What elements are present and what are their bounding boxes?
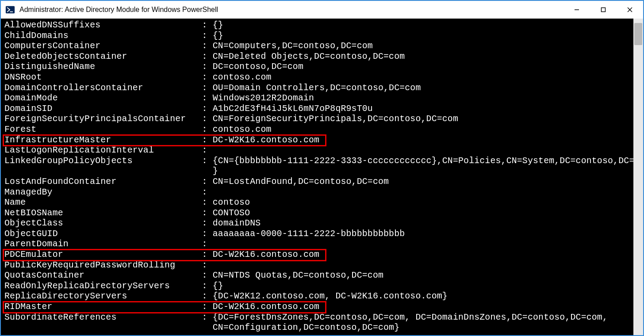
output-line-ForeignSecurityPrincipalsContainer: ForeignSecurityPrincipalsContainer : CN=… bbox=[4, 114, 632, 125]
output-line-DistinguishedName: DistinguishedName : DC=contoso,DC=com bbox=[4, 62, 632, 73]
output-line-ReplicaDirectoryServers: ReplicaDirectoryServers : {DC-W2K12.cont… bbox=[4, 291, 632, 302]
output-line-LastLogonReplicationInterval: LastLogonReplicationInterval : bbox=[4, 145, 632, 156]
output-line-RIDMaster: RIDMaster : DC-W2K16.contoso.com bbox=[4, 302, 632, 313]
output-line-SubordinateReferences: SubordinateReferences : {DC=ForestDnsZon… bbox=[4, 313, 632, 323]
output-line-QuotasContainer: QuotasContainer : CN=NTDS Quotas,DC=cont… bbox=[4, 271, 632, 281]
output-line-DomainMode: DomainMode : Windows2012R2Domain bbox=[4, 93, 632, 104]
output-line-ChildDomains: ChildDomains : {} bbox=[4, 31, 632, 42]
output-line-ManagedBy: ManagedBy : bbox=[4, 187, 632, 198]
output-line-ObjectClass: ObjectClass : domainDNS bbox=[4, 218, 632, 229]
scrollbar-thumb[interactable] bbox=[634, 23, 642, 45]
svg-rect-3 bbox=[602, 8, 606, 12]
powershell-icon bbox=[5, 5, 15, 15]
maximize-button[interactable] bbox=[590, 1, 617, 19]
titlebar[interactable]: Administrator: Active Directory Module f… bbox=[1, 1, 643, 19]
window-controls bbox=[564, 1, 643, 19]
output-line-DomainSID: DomainSID : A1bC2dE3fH4iJ5kL6mN7oP8qR9sT… bbox=[4, 104, 632, 115]
output-line-AllowedDNSSuffixes: AllowedDNSSuffixes : {} bbox=[4, 20, 632, 31]
output-line-Name: Name : contoso bbox=[4, 198, 632, 208]
close-button[interactable] bbox=[617, 1, 643, 19]
output-line-NetBIOSName: NetBIOSName : CONTOSO bbox=[4, 208, 632, 219]
output-line-continuation: } bbox=[4, 166, 632, 177]
scrollbar[interactable] bbox=[633, 19, 643, 335]
output-line-DeletedObjectsContainer: DeletedObjectsContainer : CN=Deleted Obj… bbox=[4, 52, 632, 62]
terminal-output[interactable]: AllowedDNSSuffixes : {}ChildDomains : {}… bbox=[1, 19, 633, 335]
output-line-PDCEmulator: PDCEmulator : DC-W2K16.contoso.com bbox=[4, 250, 632, 260]
output-line-ObjectGUID: ObjectGUID : aaaaaaaa-0000-1111-2222-bbb… bbox=[4, 229, 632, 240]
output-line-DomainControllersContainer: DomainControllersContainer : OU=Domain C… bbox=[4, 83, 632, 94]
window-title: Administrator: Active Directory Module f… bbox=[19, 6, 218, 14]
terminal-area: AllowedDNSSuffixes : {}ChildDomains : {}… bbox=[1, 19, 643, 335]
output-line-continuation: CN=Configuration,DC=contoso,DC=com} bbox=[4, 323, 632, 333]
output-line-LinkedGroupPolicyObjects: LinkedGroupPolicyObjects : {CN={bbbbbbbb… bbox=[4, 156, 632, 167]
output-line-InfrastructureMaster: InfrastructureMaster : DC-W2K16.contoso.… bbox=[4, 135, 632, 146]
output-line-ReadOnlyReplicaDirectoryServers: ReadOnlyReplicaDirectoryServers : {} bbox=[4, 281, 632, 292]
output-line-ComputersContainer: ComputersContainer : CN=Computers,DC=con… bbox=[4, 41, 632, 52]
output-line-Forest: Forest : contoso.com bbox=[4, 125, 632, 135]
output-line-ParentDomain: ParentDomain : bbox=[4, 239, 632, 250]
output-line-DNSRoot: DNSRoot : contoso.com bbox=[4, 73, 632, 83]
output-line-LostAndFoundContainer: LostAndFoundContainer : CN=LostAndFound,… bbox=[4, 177, 632, 187]
output-line-PublicKeyRequiredPasswordRolling: PublicKeyRequiredPasswordRolling : bbox=[4, 260, 632, 271]
powershell-window: Administrator: Active Directory Module f… bbox=[0, 0, 644, 336]
minimize-button[interactable] bbox=[564, 1, 590, 19]
